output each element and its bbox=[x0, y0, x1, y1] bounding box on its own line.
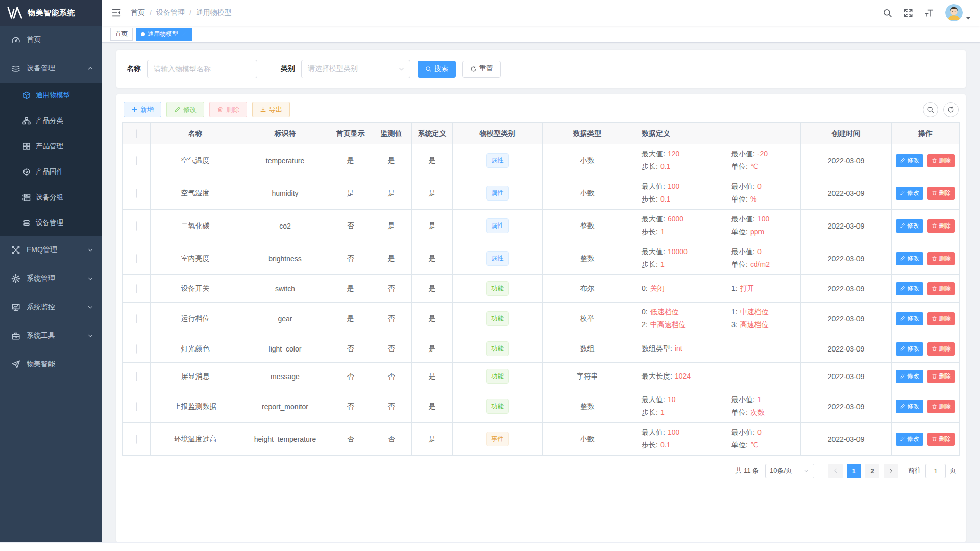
edit-row-button[interactable]: 修改 bbox=[896, 282, 923, 295]
spec-item: 步长:1 bbox=[642, 260, 665, 269]
spec-item: 单位:℃ bbox=[731, 162, 758, 171]
edit-row-button[interactable]: 修改 bbox=[896, 342, 923, 356]
font-size-icon[interactable] bbox=[924, 8, 934, 18]
user-menu[interactable] bbox=[945, 4, 971, 21]
edit-row-button[interactable]: 修改 bbox=[896, 252, 923, 265]
sidebar-subitem[interactable]: 设备分组 bbox=[0, 185, 102, 210]
prev-page-button[interactable] bbox=[828, 464, 843, 478]
category-cell: 功能 bbox=[453, 303, 543, 335]
search-button[interactable]: 搜索 bbox=[418, 61, 456, 78]
edit-button[interactable]: 修改 bbox=[166, 102, 204, 117]
edit-row-button[interactable]: 修改 bbox=[896, 370, 923, 383]
tag-view-item[interactable]: 首页 bbox=[110, 28, 133, 41]
sidebar-item[interactable]: 首页 bbox=[0, 26, 102, 54]
delete-row-button[interactable]: 删除 bbox=[927, 312, 955, 325]
row-checkbox[interactable] bbox=[136, 435, 137, 444]
category-tag: 属性 bbox=[486, 251, 509, 266]
tag-view-item[interactable]: 通用物模型 bbox=[136, 28, 192, 41]
fullscreen-icon[interactable] bbox=[903, 8, 913, 18]
tag-label: 首页 bbox=[115, 30, 128, 38]
row-checkbox[interactable] bbox=[136, 254, 137, 263]
menu-fold-icon[interactable] bbox=[111, 8, 121, 18]
trash-icon bbox=[932, 223, 937, 229]
monitor-cell: 是 bbox=[371, 210, 412, 242]
edit-row-button[interactable]: 修改 bbox=[896, 219, 923, 233]
select-all-checkbox[interactable] bbox=[136, 129, 137, 138]
sidebar-item[interactable]: 系统工具 bbox=[0, 321, 102, 350]
breadcrumb-item[interactable]: 首页 bbox=[131, 8, 145, 17]
delete-row-button[interactable]: 删除 bbox=[927, 282, 955, 295]
horizontal-scrollbar[interactable] bbox=[0, 542, 980, 551]
page-button[interactable]: 1 bbox=[847, 464, 861, 478]
reset-button[interactable]: 重置 bbox=[462, 61, 501, 78]
data-definition-cell: 0:关闭1:打开 bbox=[632, 275, 801, 303]
export-button[interactable]: 导出 bbox=[252, 102, 290, 117]
edit-row-label: 修改 bbox=[907, 156, 919, 165]
row-checkbox[interactable] bbox=[136, 189, 137, 198]
row-checkbox[interactable] bbox=[136, 402, 137, 411]
spec-value: 100 bbox=[668, 182, 679, 190]
delete-row-button[interactable]: 删除 bbox=[927, 252, 955, 265]
refresh-table-button[interactable] bbox=[943, 102, 959, 117]
show-search-button[interactable] bbox=[923, 102, 938, 117]
row-checkbox[interactable] bbox=[136, 156, 137, 165]
delete-row-button[interactable]: 删除 bbox=[927, 433, 955, 446]
spec-value: 100 bbox=[668, 428, 679, 436]
spec-value: 关闭 bbox=[650, 284, 665, 292]
name-filter-label: 名称 bbox=[127, 64, 141, 73]
row-checkbox[interactable] bbox=[136, 221, 137, 231]
breadcrumb-item[interactable]: 设备管理 bbox=[156, 8, 185, 17]
delete-button[interactable]: 删除 bbox=[209, 102, 247, 117]
breadcrumb-item[interactable]: 通用物模型 bbox=[196, 8, 232, 17]
next-page-button[interactable] bbox=[884, 464, 898, 478]
page-button[interactable]: 2 bbox=[865, 464, 879, 478]
edit-row-button[interactable]: 修改 bbox=[896, 400, 923, 413]
sidebar-item[interactable]: 系统管理 bbox=[0, 264, 102, 293]
spec-label: 数组类型: bbox=[642, 344, 672, 353]
spec-item: 最大值:120 bbox=[642, 149, 679, 159]
delete-row-button[interactable]: 删除 bbox=[927, 400, 955, 413]
edit-row-button[interactable]: 修改 bbox=[896, 154, 923, 167]
row-checkbox[interactable] bbox=[136, 284, 137, 293]
sidebar-item[interactable]: 设备管理 bbox=[0, 54, 102, 83]
page-size-select[interactable]: 10条/页 bbox=[765, 464, 814, 478]
search-icon[interactable] bbox=[883, 8, 892, 18]
row-checkbox[interactable] bbox=[136, 344, 137, 354]
spec-item: 单位:% bbox=[731, 195, 756, 204]
sidebar-subitem[interactable]: 通用物模型 bbox=[0, 83, 102, 108]
sidebar-subitem[interactable]: 产品分类 bbox=[0, 108, 102, 134]
spec-item: 单位:ppm bbox=[731, 228, 764, 237]
sidebar-item[interactable]: 系统监控 bbox=[0, 293, 102, 321]
category-filter-select[interactable]: 请选择模型类别 bbox=[301, 60, 410, 78]
sidebar-subitem[interactable]: 产品管理 bbox=[0, 134, 102, 159]
created-time-cell: 2022-03-09 bbox=[801, 390, 892, 423]
edit-row-button[interactable]: 修改 bbox=[896, 187, 923, 200]
sidebar-subitem[interactable]: 产品固件 bbox=[0, 159, 102, 185]
name-filter-input[interactable] bbox=[147, 60, 257, 78]
edit-row-button[interactable]: 修改 bbox=[896, 312, 923, 325]
delete-row-button[interactable]: 删除 bbox=[927, 187, 955, 200]
row-checkbox[interactable] bbox=[136, 372, 137, 381]
table-row: 设备开关switch是否是功能布尔0:关闭1:打开2022-03-09修改删除 bbox=[123, 275, 960, 303]
edit-row-button[interactable]: 修改 bbox=[896, 433, 923, 446]
add-button[interactable]: 新增 bbox=[124, 102, 161, 117]
data-definition-cell: 最大值:6000最小值:100步长:1单位:ppm bbox=[632, 210, 801, 242]
sidebar-item[interactable]: EMQ管理 bbox=[0, 236, 102, 264]
system-defined-cell: 是 bbox=[412, 144, 453, 177]
goto-page-input[interactable] bbox=[925, 464, 946, 478]
delete-row-button[interactable]: 删除 bbox=[927, 154, 955, 167]
delete-row-button[interactable]: 删除 bbox=[927, 370, 955, 383]
system-defined-cell: 是 bbox=[412, 423, 453, 456]
delete-row-button[interactable]: 删除 bbox=[927, 342, 955, 356]
tags-view-bar: 首页通用物模型 bbox=[102, 26, 980, 43]
data-type-cell: 布尔 bbox=[543, 275, 632, 303]
sidebar-item[interactable]: 物美智能 bbox=[0, 350, 102, 379]
delete-row-button[interactable]: 删除 bbox=[927, 219, 955, 233]
sidebar-subitem[interactable]: 设备管理 bbox=[0, 210, 102, 236]
pagination: 共 11 条 10条/页 12 前往 页 bbox=[126, 464, 957, 478]
spec-label: 单位: bbox=[731, 228, 748, 236]
row-checkbox[interactable] bbox=[136, 314, 137, 323]
edit-icon bbox=[174, 106, 181, 113]
spec-list: 数组类型:int bbox=[642, 344, 796, 354]
avatar[interactable] bbox=[945, 4, 963, 21]
